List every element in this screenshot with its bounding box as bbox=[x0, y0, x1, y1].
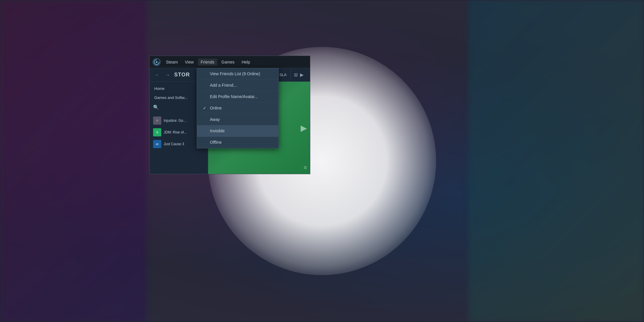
banner-menu-icon[interactable]: ≡ bbox=[304, 164, 307, 171]
view-menu-item[interactable]: View bbox=[182, 59, 196, 66]
away-label: Away bbox=[210, 117, 220, 122]
check-online: ✓ bbox=[203, 106, 208, 110]
game-name-injustice: Injustice: Go... bbox=[164, 119, 186, 123]
friends-menu-item[interactable]: Friends bbox=[198, 59, 217, 66]
bg-game-right bbox=[468, 0, 644, 322]
add-friend-label: Add a Friend... bbox=[210, 83, 237, 88]
forward-button[interactable]: → bbox=[164, 71, 172, 79]
game-thumb-jdm: S bbox=[153, 128, 161, 136]
game-thumb-justcause: JC bbox=[153, 140, 161, 148]
steam-logo-icon bbox=[153, 58, 161, 66]
banner-play-icon[interactable]: ▶ bbox=[301, 123, 307, 133]
check-edit-profile bbox=[203, 94, 208, 99]
steam-menu-item[interactable]: Steam bbox=[163, 59, 181, 66]
dropdown-online[interactable]: ✓ Online bbox=[197, 102, 278, 114]
check-invisible bbox=[203, 129, 208, 133]
check-away bbox=[203, 117, 208, 122]
svg-point-1 bbox=[156, 61, 157, 63]
check-offline bbox=[203, 140, 208, 145]
games-menu-item[interactable]: Games bbox=[218, 59, 237, 66]
help-menu-item[interactable]: Help bbox=[239, 59, 253, 66]
nav-title: STOR bbox=[174, 72, 190, 78]
edit-profile-label: Edit Profile Name/Avatar... bbox=[210, 94, 258, 99]
friends-dropdown: View Friends List (9 Online) Add a Frien… bbox=[197, 68, 279, 148]
offline-label: Offline bbox=[210, 140, 222, 145]
check-view-friends bbox=[203, 71, 208, 76]
back-button[interactable]: ← bbox=[153, 71, 161, 79]
game-thumb-injustice: IJ bbox=[153, 117, 161, 125]
dropdown-offline[interactable]: Offline bbox=[197, 137, 278, 148]
menu-bar: Steam View Friends Games Help bbox=[150, 56, 310, 68]
dropdown-edit-profile[interactable]: Edit Profile Name/Avatar... bbox=[197, 91, 278, 102]
dropdown-invisible[interactable]: Invisible bbox=[197, 125, 278, 137]
bg-game-left bbox=[0, 0, 146, 322]
game-name-jdm: JDM: Rise of... bbox=[164, 130, 187, 134]
grid-view-icon[interactable]: ⊞ bbox=[294, 72, 298, 78]
view-friends-label: View Friends List (9 Online) bbox=[210, 71, 260, 76]
check-add-friend bbox=[203, 83, 208, 88]
online-label: Online bbox=[210, 106, 222, 110]
game-name-justcause: Just Cause 3 bbox=[164, 142, 184, 146]
dropdown-away[interactable]: Away bbox=[197, 114, 278, 125]
dropdown-add-friend[interactable]: Add a Friend... bbox=[197, 80, 278, 91]
play-icon[interactable]: ▶ bbox=[300, 72, 304, 78]
invisible-label: Invisible bbox=[210, 129, 225, 133]
search-icon: 🔍 bbox=[153, 105, 159, 110]
dropdown-view-friends[interactable]: View Friends List (9 Online) bbox=[197, 68, 278, 80]
